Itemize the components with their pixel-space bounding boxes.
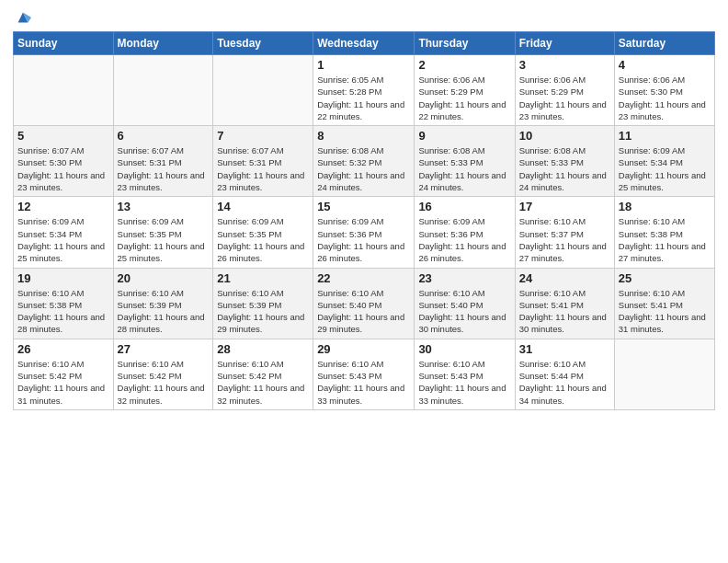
- calendar-day-cell: 12Sunrise: 6:09 AMSunset: 5:34 PMDayligh…: [14, 197, 114, 268]
- calendar-day-cell: 3Sunrise: 6:06 AMSunset: 5:29 PMDaylight…: [515, 55, 614, 126]
- weekday-header-friday: Friday: [515, 32, 614, 55]
- day-number: 8: [317, 129, 410, 143]
- day-info: Sunrise: 6:08 AMSunset: 5:33 PMDaylight:…: [418, 144, 510, 193]
- day-number: 31: [519, 342, 610, 356]
- day-number: 29: [317, 342, 410, 356]
- logo: [13, 9, 31, 26]
- day-info: Sunrise: 6:09 AMSunset: 5:34 PMDaylight:…: [17, 215, 109, 264]
- day-info: Sunrise: 6:09 AMSunset: 5:34 PMDaylight:…: [619, 144, 711, 193]
- day-number: 18: [619, 200, 711, 213]
- day-info: Sunrise: 6:09 AMSunset: 5:36 PMDaylight:…: [317, 215, 410, 264]
- calendar-day-cell: 4Sunrise: 6:06 AMSunset: 5:30 PMDaylight…: [614, 55, 714, 126]
- day-number: 22: [317, 271, 410, 285]
- calendar-day-cell: 31Sunrise: 6:10 AMSunset: 5:44 PMDayligh…: [515, 339, 614, 409]
- calendar-day-cell: 1Sunrise: 6:05 AMSunset: 5:28 PMDaylight…: [313, 55, 415, 126]
- day-number: 30: [418, 342, 510, 356]
- day-info: Sunrise: 6:06 AMSunset: 5:30 PMDaylight:…: [619, 74, 711, 122]
- day-number: 16: [418, 200, 510, 213]
- weekday-header-row: SundayMondayTuesdayWednesdayThursdayFrid…: [14, 32, 715, 55]
- weekday-header-thursday: Thursday: [415, 32, 515, 55]
- page-container: SundayMondayTuesdayWednesdayThursdayFrid…: [0, 0, 728, 419]
- calendar-week-row: 19Sunrise: 6:10 AMSunset: 5:38 PMDayligh…: [14, 268, 715, 339]
- day-info: Sunrise: 6:07 AMSunset: 5:31 PMDaylight:…: [217, 144, 309, 193]
- day-info: Sunrise: 6:05 AMSunset: 5:28 PMDaylight:…: [317, 74, 410, 122]
- day-number: 28: [217, 342, 309, 356]
- day-number: 21: [217, 271, 309, 285]
- day-info: Sunrise: 6:10 AMSunset: 5:42 PMDaylight:…: [17, 358, 109, 407]
- day-number: 3: [519, 58, 610, 72]
- calendar-day-cell: 29Sunrise: 6:10 AMSunset: 5:43 PMDayligh…: [313, 339, 415, 409]
- calendar-week-row: 5Sunrise: 6:07 AMSunset: 5:30 PMDaylight…: [14, 126, 715, 197]
- calendar-day-cell: [113, 55, 213, 126]
- day-number: 14: [217, 200, 309, 213]
- calendar-day-cell: 26Sunrise: 6:10 AMSunset: 5:42 PMDayligh…: [14, 339, 114, 409]
- calendar-day-cell: 24Sunrise: 6:10 AMSunset: 5:41 PMDayligh…: [515, 268, 614, 339]
- day-number: 1: [317, 58, 410, 72]
- calendar-day-cell: 28Sunrise: 6:10 AMSunset: 5:42 PMDayligh…: [213, 339, 313, 409]
- calendar-week-row: 12Sunrise: 6:09 AMSunset: 5:34 PMDayligh…: [14, 197, 715, 268]
- calendar-day-cell: 22Sunrise: 6:10 AMSunset: 5:40 PMDayligh…: [313, 268, 415, 339]
- day-info: Sunrise: 6:10 AMSunset: 5:43 PMDaylight:…: [317, 358, 410, 407]
- calendar-day-cell: 25Sunrise: 6:10 AMSunset: 5:41 PMDayligh…: [614, 268, 714, 339]
- calendar-day-cell: 2Sunrise: 6:06 AMSunset: 5:29 PMDaylight…: [415, 55, 515, 126]
- calendar-day-cell: 21Sunrise: 6:10 AMSunset: 5:39 PMDayligh…: [213, 268, 313, 339]
- day-info: Sunrise: 6:06 AMSunset: 5:29 PMDaylight:…: [418, 74, 510, 122]
- day-info: Sunrise: 6:10 AMSunset: 5:41 PMDaylight:…: [619, 287, 711, 336]
- day-info: Sunrise: 6:10 AMSunset: 5:44 PMDaylight:…: [519, 358, 610, 407]
- day-info: Sunrise: 6:10 AMSunset: 5:37 PMDaylight:…: [519, 215, 610, 264]
- calendar-day-cell: 17Sunrise: 6:10 AMSunset: 5:37 PMDayligh…: [515, 197, 614, 268]
- day-number: 15: [317, 200, 410, 213]
- calendar-day-cell: 11Sunrise: 6:09 AMSunset: 5:34 PMDayligh…: [614, 126, 714, 197]
- weekday-header-tuesday: Tuesday: [213, 32, 313, 55]
- calendar-day-cell: 13Sunrise: 6:09 AMSunset: 5:35 PMDayligh…: [113, 197, 213, 268]
- calendar-day-cell: 20Sunrise: 6:10 AMSunset: 5:39 PMDayligh…: [113, 268, 213, 339]
- day-info: Sunrise: 6:10 AMSunset: 5:40 PMDaylight:…: [418, 287, 510, 336]
- calendar-week-row: 1Sunrise: 6:05 AMSunset: 5:28 PMDaylight…: [14, 55, 715, 126]
- calendar-day-cell: 7Sunrise: 6:07 AMSunset: 5:31 PMDaylight…: [213, 126, 313, 197]
- day-info: Sunrise: 6:06 AMSunset: 5:29 PMDaylight:…: [519, 74, 610, 122]
- day-number: 11: [619, 129, 711, 143]
- day-number: 12: [17, 200, 109, 213]
- day-info: Sunrise: 6:10 AMSunset: 5:41 PMDaylight:…: [519, 287, 610, 336]
- day-number: 23: [418, 271, 510, 285]
- calendar-day-cell: 9Sunrise: 6:08 AMSunset: 5:33 PMDaylight…: [415, 126, 515, 197]
- day-info: Sunrise: 6:09 AMSunset: 5:36 PMDaylight:…: [418, 215, 510, 264]
- day-info: Sunrise: 6:07 AMSunset: 5:30 PMDaylight:…: [17, 144, 109, 193]
- day-info: Sunrise: 6:09 AMSunset: 5:35 PMDaylight:…: [217, 215, 309, 264]
- calendar-day-cell: [614, 339, 714, 409]
- day-number: 9: [418, 129, 510, 143]
- logo-icon: [15, 9, 31, 26]
- day-info: Sunrise: 6:08 AMSunset: 5:33 PMDaylight:…: [519, 144, 610, 193]
- day-info: Sunrise: 6:10 AMSunset: 5:38 PMDaylight:…: [619, 215, 711, 264]
- calendar-day-cell: 19Sunrise: 6:10 AMSunset: 5:38 PMDayligh…: [14, 268, 114, 339]
- calendar-day-cell: 5Sunrise: 6:07 AMSunset: 5:30 PMDaylight…: [14, 126, 114, 197]
- weekday-header-sunday: Sunday: [14, 32, 114, 55]
- calendar-day-cell: 30Sunrise: 6:10 AMSunset: 5:43 PMDayligh…: [415, 339, 515, 409]
- calendar-day-cell: 27Sunrise: 6:10 AMSunset: 5:42 PMDayligh…: [113, 339, 213, 409]
- calendar-day-cell: [14, 55, 114, 126]
- calendar-day-cell: 23Sunrise: 6:10 AMSunset: 5:40 PMDayligh…: [415, 268, 515, 339]
- day-number: 20: [118, 271, 210, 285]
- day-number: 6: [118, 129, 210, 143]
- day-number: 26: [17, 342, 109, 356]
- day-number: 27: [118, 342, 210, 356]
- day-info: Sunrise: 6:10 AMSunset: 5:39 PMDaylight:…: [118, 287, 210, 336]
- day-info: Sunrise: 6:10 AMSunset: 5:42 PMDaylight:…: [217, 358, 309, 407]
- day-info: Sunrise: 6:10 AMSunset: 5:39 PMDaylight:…: [217, 287, 309, 336]
- calendar-day-cell: 15Sunrise: 6:09 AMSunset: 5:36 PMDayligh…: [313, 197, 415, 268]
- day-info: Sunrise: 6:10 AMSunset: 5:40 PMDaylight:…: [317, 287, 410, 336]
- calendar-day-cell: 10Sunrise: 6:08 AMSunset: 5:33 PMDayligh…: [515, 126, 614, 197]
- day-info: Sunrise: 6:10 AMSunset: 5:43 PMDaylight:…: [418, 358, 510, 407]
- day-info: Sunrise: 6:09 AMSunset: 5:35 PMDaylight:…: [118, 215, 210, 264]
- header-row: [13, 9, 715, 26]
- day-info: Sunrise: 6:10 AMSunset: 5:42 PMDaylight:…: [118, 358, 210, 407]
- day-info: Sunrise: 6:10 AMSunset: 5:38 PMDaylight:…: [17, 287, 109, 336]
- day-number: 19: [17, 271, 109, 285]
- day-info: Sunrise: 6:08 AMSunset: 5:32 PMDaylight:…: [317, 144, 410, 193]
- day-number: 4: [619, 58, 711, 72]
- weekday-header-wednesday: Wednesday: [313, 32, 415, 55]
- calendar-day-cell: 14Sunrise: 6:09 AMSunset: 5:35 PMDayligh…: [213, 197, 313, 268]
- calendar-day-cell: 8Sunrise: 6:08 AMSunset: 5:32 PMDaylight…: [313, 126, 415, 197]
- calendar-day-cell: 16Sunrise: 6:09 AMSunset: 5:36 PMDayligh…: [415, 197, 515, 268]
- day-info: Sunrise: 6:07 AMSunset: 5:31 PMDaylight:…: [118, 144, 210, 193]
